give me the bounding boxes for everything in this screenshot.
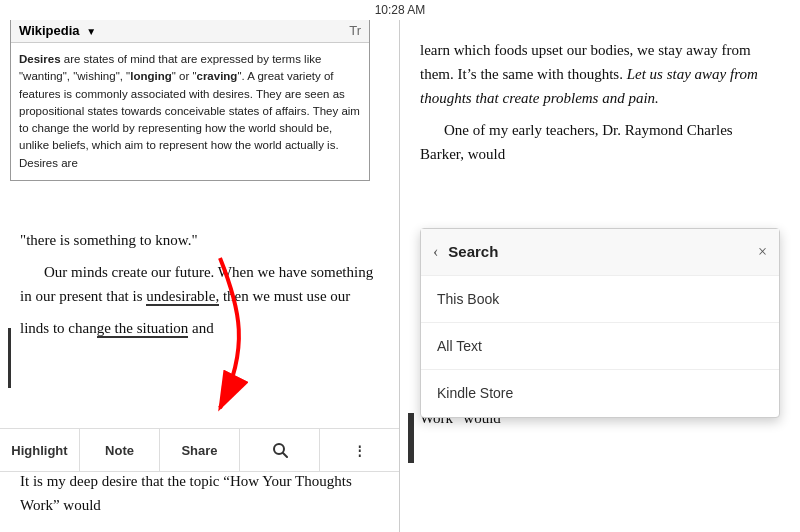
toolbar: Highlight Note Share ⋮ — [0, 428, 399, 472]
search-icon — [272, 442, 288, 458]
left-text-quote: "there is something to know." — [20, 228, 379, 252]
search-header: ‹ Search × — [421, 229, 779, 276]
wikipedia-caret[interactable]: ▼ — [86, 26, 96, 37]
left-text-para2: linds to change the situation and — [20, 316, 379, 340]
wikipedia-title: Wikipedia ▼ — [19, 23, 96, 38]
right-text-para1: learn which foods upset our bodies, we s… — [420, 38, 780, 110]
search-title-label: Search — [448, 240, 758, 264]
search-item-all-text[interactable]: All Text — [421, 323, 779, 370]
wikipedia-popup: Wikipedia ▼ Tr Desires are states of min… — [10, 18, 370, 181]
left-text-para1: Our minds create our future. When we hav… — [20, 260, 379, 308]
longing-bold: longing — [130, 70, 172, 82]
selected-text2-underlined: ge the situation — [97, 320, 189, 338]
share-button[interactable]: Share — [160, 429, 240, 471]
search-back-button[interactable]: ‹ — [433, 239, 438, 265]
search-item-this-book[interactable]: This Book — [421, 276, 779, 323]
right-book-text: learn which foods upset our bodies, we s… — [400, 38, 800, 438]
status-bar: 10:28 AM — [0, 0, 800, 20]
desires-bold: Desires — [19, 53, 61, 65]
right-text-para2: One of my early teachers, Dr. Raymond Ch… — [420, 118, 780, 166]
search-dropdown: ‹ Search × This Book All Text Kindle Sto… — [420, 228, 780, 418]
search-close-button[interactable]: × — [758, 239, 767, 265]
search-item-kindle-store[interactable]: Kindle Store — [421, 370, 779, 416]
svg-line-1 — [283, 453, 287, 457]
craving-bold: craving — [196, 70, 237, 82]
left-panel: Wikipedia ▼ Tr Desires are states of min… — [0, 18, 400, 532]
main-container: Wikipedia ▼ Tr Desires are states of min… — [0, 18, 800, 532]
note-button[interactable]: Note — [80, 429, 160, 471]
wikipedia-content: Desires are states of mind that are expr… — [11, 43, 369, 180]
wikipedia-header: Wikipedia ▼ Tr — [11, 19, 369, 43]
bottom-left-desire: It is my deep desire that the topic “How… — [20, 469, 379, 517]
left-book-text: "there is something to know." Our minds … — [0, 228, 399, 348]
search-button[interactable] — [240, 429, 320, 471]
selected-text-underlined: undesirable, — [146, 288, 219, 306]
wikipedia-tr-label[interactable]: Tr — [349, 23, 361, 38]
more-button[interactable]: ⋮ — [320, 429, 399, 471]
status-time: 10:28 AM — [375, 3, 426, 17]
right-panel: learn which foods upset our bodies, we s… — [400, 18, 800, 532]
highlight-button[interactable]: Highlight — [0, 429, 80, 471]
